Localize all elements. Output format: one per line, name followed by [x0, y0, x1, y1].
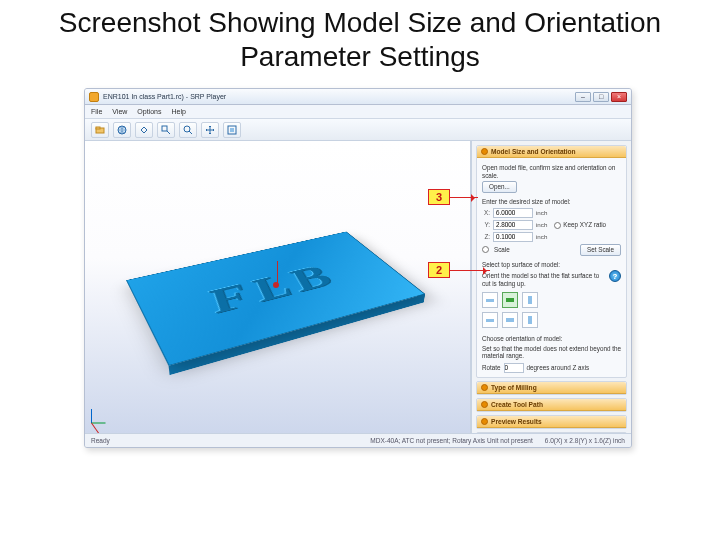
panel-header-model-size-label: Model Size and Orientation — [491, 148, 576, 155]
menu-help[interactable]: Help — [171, 108, 185, 115]
menu-options[interactable]: Options — [137, 108, 161, 115]
step-4-icon — [481, 418, 488, 425]
side-panel: Model Size and Orientation Open model fi… — [471, 141, 631, 433]
orient-option-2[interactable] — [502, 292, 518, 308]
reset-view-icon[interactable] — [135, 122, 153, 138]
svg-rect-14 — [528, 316, 532, 324]
close-button[interactable]: × — [611, 92, 627, 102]
fit-icon[interactable] — [223, 122, 241, 138]
main-area: FLB Model Size and Orientation Open mode… — [85, 141, 631, 433]
axis-triad-icon — [91, 399, 115, 423]
open-instruction: Open model file, confirm size and orient… — [482, 164, 621, 179]
app-icon — [89, 92, 99, 102]
y-size-input[interactable] — [493, 220, 533, 230]
panel-create-tool-path[interactable]: Create Tool Path — [476, 398, 627, 412]
maximize-button[interactable]: □ — [593, 92, 609, 102]
orient-option-5[interactable] — [502, 312, 518, 328]
svg-rect-13 — [506, 318, 514, 322]
window-controls: – □ × — [575, 92, 627, 102]
toolbar — [85, 119, 631, 141]
rotate-row: Rotate degrees around Z axis — [482, 363, 621, 373]
status-bar: Ready MDX-40A; ATC not present; Rotary A… — [85, 433, 631, 447]
svg-rect-8 — [230, 128, 234, 132]
panel-header-toolpath-label: Create Tool Path — [491, 401, 543, 408]
rotate-suffix: degrees around Z axis — [527, 364, 590, 371]
globe-icon[interactable] — [113, 122, 131, 138]
menu-file[interactable]: File — [91, 108, 102, 115]
zoom-window-icon[interactable] — [157, 122, 175, 138]
page-title: Screenshot Showing Model Size and Orient… — [0, 0, 720, 74]
orient-option-3[interactable] — [522, 292, 538, 308]
step-1-icon — [481, 148, 488, 155]
model-origin-icon — [273, 282, 279, 288]
step-3-icon — [481, 401, 488, 408]
orient-instruction: Orient the model so that the flat surfac… — [482, 272, 605, 287]
rotate-label: Rotate — [482, 364, 501, 371]
model-engraved-text: FLB — [125, 232, 424, 366]
select-top-instruction: Select top surface of model: — [482, 261, 621, 269]
app-window: ENR101 In class Part1.rc) - SRP Player –… — [84, 88, 632, 448]
keep-xyz-checkbox[interactable] — [554, 222, 561, 229]
set-scale-button[interactable]: Set Scale — [580, 244, 621, 256]
window-title: ENR101 In class Part1.rc) - SRP Player — [103, 93, 575, 100]
svg-rect-12 — [486, 319, 494, 322]
orientation-grid — [482, 289, 621, 331]
status-dimensions: 6.0(X) x 2.8(Y) x 1.6(Z) inch — [545, 437, 625, 444]
panel-header-preview-label: Preview Results — [491, 418, 542, 425]
panel-preview-results[interactable]: Preview Results — [476, 415, 627, 429]
z-size-input[interactable] — [493, 232, 533, 242]
step-2-icon — [481, 384, 488, 391]
z-size-field: Z: inch — [482, 232, 621, 242]
scale-radio[interactable] — [482, 246, 489, 253]
svg-line-4 — [167, 131, 170, 134]
callout-3: 3 — [428, 189, 450, 205]
zoom-icon[interactable] — [179, 122, 197, 138]
svg-rect-1 — [96, 127, 100, 129]
panel-header-model-size[interactable]: Model Size and Orientation — [477, 146, 626, 158]
callout-2-arrow-icon — [450, 270, 490, 271]
status-machine: MDX-40A; ATC not present; Rotary Axis Un… — [370, 437, 532, 444]
y-size-field: Y: inch Keep XYZ ratio — [482, 220, 621, 230]
rotate-input[interactable] — [504, 363, 524, 373]
x-size-input[interactable] — [493, 208, 533, 218]
svg-line-6 — [189, 131, 192, 134]
orient-option-1[interactable] — [482, 292, 498, 308]
x-size-field: X: inch — [482, 208, 621, 218]
svg-rect-10 — [506, 298, 514, 302]
orient-option-6[interactable] — [522, 312, 538, 328]
panel-model-size-orientation: Model Size and Orientation Open model fi… — [476, 145, 627, 378]
titlebar: ENR101 In class Part1.rc) - SRP Player –… — [85, 89, 631, 105]
size-instruction: Enter the desired size of model: — [482, 198, 621, 206]
menu-view[interactable]: View — [112, 108, 127, 115]
help-icon[interactable]: ? — [609, 270, 621, 282]
svg-rect-11 — [528, 296, 532, 304]
pan-icon[interactable] — [201, 122, 219, 138]
callout-2: 2 — [428, 262, 450, 278]
minimize-button[interactable]: – — [575, 92, 591, 102]
panel-header-milling-label: Type of Milling — [491, 384, 537, 391]
svg-rect-9 — [486, 299, 494, 302]
svg-rect-3 — [162, 126, 167, 131]
scale-label: Scale — [494, 246, 510, 253]
model-plate: FLB — [125, 232, 424, 366]
status-ready: Ready — [91, 437, 110, 444]
viewport-3d[interactable]: FLB — [85, 141, 471, 433]
keep-xyz-label: Keep XYZ ratio — [563, 221, 606, 228]
menubar: File View Options Help — [85, 105, 631, 119]
model-origin-z-axis-icon — [277, 261, 278, 287]
panel-type-of-milling[interactable]: Type of Milling — [476, 381, 627, 395]
open-button[interactable]: Open... — [482, 181, 517, 193]
extent-instruction: Set so that the model does not extend be… — [482, 345, 621, 360]
choose-orientation-instruction: Choose orientation of model: — [482, 335, 621, 343]
open-icon[interactable] — [91, 122, 109, 138]
callout-3-arrow-icon — [450, 197, 478, 198]
orient-option-4[interactable] — [482, 312, 498, 328]
